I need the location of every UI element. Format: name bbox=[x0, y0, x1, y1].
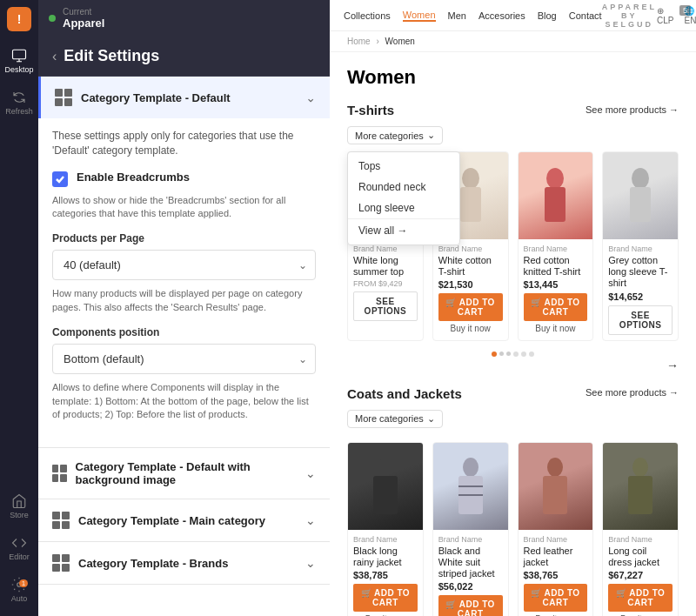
dropdown-view-all[interactable]: View all → bbox=[348, 218, 459, 241]
checkmark-icon bbox=[55, 174, 65, 184]
add-to-cart-button[interactable]: 🛒 ADD TO CART bbox=[524, 293, 588, 321]
product-info: Brand Name Black long rainy jacket $38,7… bbox=[348, 530, 423, 616]
product-price: $56,022 bbox=[438, 581, 503, 592]
nav-accessories[interactable]: Accesories bbox=[478, 10, 525, 21]
edit-header: ‹ Edit Settings bbox=[38, 37, 330, 77]
nav-contact[interactable]: Contact bbox=[569, 10, 602, 21]
more-categories-button[interactable]: More categories ⌄ bbox=[347, 126, 443, 144]
products-per-page-label: Products per Page bbox=[52, 232, 316, 244]
svg-point-16 bbox=[547, 458, 563, 477]
chevron-down-brands: ⌄ bbox=[305, 556, 316, 570]
breadcrumbs-checkbox[interactable] bbox=[52, 171, 68, 187]
product-brand: Brand Name bbox=[608, 244, 673, 253]
svg-rect-17 bbox=[543, 476, 567, 514]
sidebar-item-desktop[interactable]: Desktop bbox=[2, 42, 37, 80]
add-to-cart-button[interactable]: 🛒 ADD TO CART bbox=[438, 293, 503, 321]
categories-dropdown: Tops Rounded neck Long sleeve View all → bbox=[347, 151, 460, 245]
coats-title-row: Coats and Jackets See more products → bbox=[347, 379, 679, 406]
product-name: Long coil dress jacket bbox=[608, 546, 673, 568]
grid-icon-main-category bbox=[52, 512, 70, 529]
svg-rect-9 bbox=[630, 187, 651, 222]
product-image bbox=[519, 152, 593, 239]
add-to-cart-button[interactable]: 🛒 ADD TO CART bbox=[524, 584, 588, 612]
coats-see-more[interactable]: See more products → bbox=[586, 387, 679, 398]
components-position-select[interactable]: Bottom (default) bbox=[52, 344, 316, 374]
product-name: Red leather jacket bbox=[524, 546, 588, 568]
chevron-down-main-category: ⌄ bbox=[305, 513, 316, 527]
buy-now-link[interactable]: Buy it now bbox=[438, 324, 503, 333]
panel-title: Edit Settings bbox=[64, 47, 159, 65]
add-to-cart-button[interactable]: 🛒 ADD TO CART bbox=[608, 584, 673, 612]
store-preview: Collections Women Men Accesories Blog Co… bbox=[330, 0, 696, 616]
coats-section: Coats and Jackets See more products → Mo… bbox=[347, 379, 679, 616]
scroll-right-arrow[interactable]: → bbox=[347, 358, 679, 372]
chevron-down-default-bg: ⌄ bbox=[305, 466, 316, 480]
add-to-cart-button[interactable]: 🛒 ADD TO CART bbox=[353, 584, 418, 612]
page-title: Women bbox=[347, 66, 679, 89]
dropdown-rounded-neck[interactable]: Rounded neck bbox=[348, 177, 459, 198]
nav-men[interactable]: Men bbox=[448, 10, 466, 21]
nav-currency[interactable]: ⊕ CLP bbox=[657, 6, 673, 25]
section-main-category-header[interactable]: Category Template - Main category ⌄ bbox=[38, 499, 330, 541]
store-logo-text: APPAREL bbox=[602, 3, 657, 11]
store-logo: APPAREL BY SELGUD bbox=[602, 3, 657, 29]
nav-women[interactable]: Women bbox=[403, 10, 436, 22]
dropdown-tops[interactable]: Tops bbox=[348, 156, 459, 177]
product-info: Brand Name Black and White suit striped … bbox=[433, 530, 508, 616]
products-per-page-help: How many products will be displayed per … bbox=[52, 287, 316, 314]
svg-rect-19 bbox=[628, 476, 652, 514]
sidebar-item-store[interactable]: Store bbox=[2, 487, 37, 526]
grid-icon-default-bg bbox=[52, 465, 67, 482]
dropdown-long-sleeve[interactable]: Long sleeve bbox=[348, 198, 459, 218]
products-per-page-select[interactable]: 40 (default) bbox=[52, 250, 316, 280]
grid-icon-brands bbox=[52, 554, 70, 572]
editor-icon bbox=[11, 535, 27, 551]
product-price: $21,530 bbox=[438, 279, 503, 290]
section-default-header[interactable]: Category Template - Default ⌃ bbox=[38, 77, 330, 118]
product-image bbox=[603, 443, 678, 530]
nav-collections[interactable]: Collections bbox=[344, 10, 391, 21]
product-info: Brand Name Red leather jacket $38,765 🛒 … bbox=[519, 530, 593, 616]
sidebar-item-refresh[interactable]: Refresh bbox=[2, 84, 37, 122]
section-brands: Category Template - Brands ⌄ bbox=[38, 542, 330, 585]
sidebar-item-auto[interactable]: Auto 1 bbox=[2, 571, 37, 609]
product-price-from: FROM $9,429 bbox=[353, 279, 418, 288]
auto-badge: 1 bbox=[19, 579, 28, 587]
back-button[interactable]: ‹ bbox=[52, 49, 57, 64]
coats-title: Coats and Jackets bbox=[347, 386, 462, 401]
tshirts-title-row: T-shirts See more products → bbox=[347, 96, 679, 123]
see-options-button[interactable]: SEE OPTIONS bbox=[353, 291, 418, 321]
current-title: Apparel bbox=[63, 17, 104, 30]
coats-more-cats: More categories ⌄ bbox=[347, 410, 679, 435]
coats-more-cats-chevron: ⌄ bbox=[427, 413, 435, 425]
product-name: Red cotton knitted T-shirt bbox=[524, 255, 588, 278]
add-to-cart-button[interactable]: 🛒 ADD TO CART bbox=[438, 595, 503, 616]
section-default-bg-header[interactable]: Category Template - Default with backgro… bbox=[38, 448, 330, 499]
auto-label: Auto bbox=[11, 594, 28, 603]
current-label: Current bbox=[63, 7, 104, 17]
product-brand: Brand Name bbox=[524, 244, 588, 253]
product-name: Grey cotton long sleeve T-shirt bbox=[608, 255, 673, 290]
more-cats-chevron: ⌄ bbox=[427, 130, 435, 141]
nav-blog[interactable]: Blog bbox=[538, 10, 557, 21]
breadcrumbs-desc: Allows to show or hide the 'Breadcrumbs'… bbox=[52, 194, 316, 221]
svg-point-18 bbox=[632, 458, 648, 477]
editor-label: Editor bbox=[9, 552, 30, 561]
section-default: Category Template - Default ⌃ These sett… bbox=[38, 77, 330, 448]
see-options-button[interactable]: SEE OPTIONS bbox=[608, 305, 673, 335]
section-main-category: Category Template - Main category ⌄ bbox=[38, 499, 330, 542]
product-price: $38,765 bbox=[524, 570, 588, 580]
product-card: Brand Name Black long rainy jacket $38,7… bbox=[347, 442, 424, 616]
current-indicator bbox=[49, 15, 56, 22]
svg-rect-5 bbox=[460, 187, 481, 222]
tshirts-see-more[interactable]: See more products → bbox=[586, 104, 679, 115]
buy-now-link[interactable]: Buy it now bbox=[524, 324, 588, 333]
breadcrumb-home[interactable]: Home bbox=[347, 37, 371, 46]
sidebar-item-editor[interactable]: Editor bbox=[2, 529, 37, 567]
components-position-select-wrap: Bottom (default) ⌄ bbox=[52, 344, 316, 374]
section-brands-header[interactable]: Category Template - Brands ⌄ bbox=[38, 542, 330, 584]
dock: ! Desktop Refresh Store Editor Auto 1 bbox=[0, 0, 38, 616]
product-name: White long summer top bbox=[353, 255, 418, 278]
coats-more-categories-button[interactable]: More categories ⌄ bbox=[347, 410, 443, 428]
product-name: Black and White suit striped jacket bbox=[438, 546, 503, 580]
